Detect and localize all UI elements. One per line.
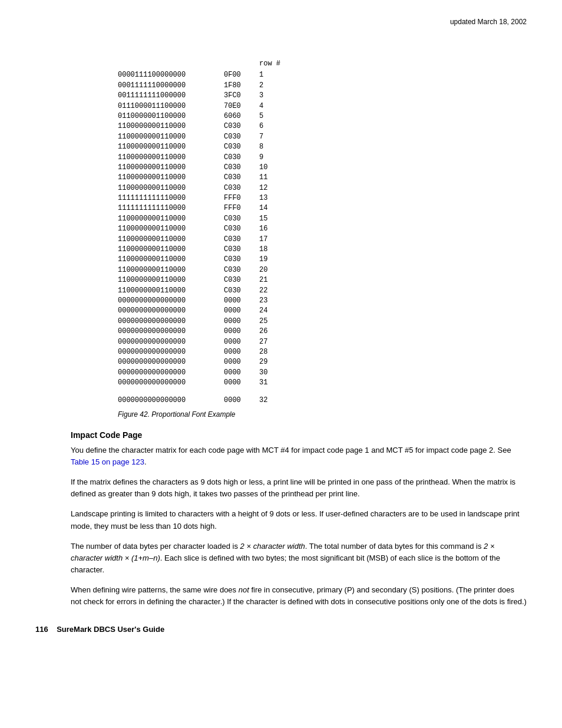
row-num: 15 (259, 214, 283, 224)
table-row: 1100000000110000C03020 (118, 265, 527, 275)
table-row: 1100000000110000C03022 (118, 286, 527, 296)
row-num-32: 32 (259, 396, 283, 406)
binary-cell-32: 0000000000000000 (118, 396, 224, 406)
row-num: 28 (259, 347, 283, 357)
row-spacer (118, 388, 527, 396)
row-num: 8 (259, 142, 283, 152)
row-num: 2 (259, 81, 283, 91)
table-section: row # 00001111000000000F0010001111110000… (71, 59, 527, 419)
page: updated March 18, 2002 row # 00001111000… (0, 0, 562, 651)
binary-cell: 1100000000110000 (118, 275, 224, 285)
hex-cell-32: 0000 (224, 396, 259, 406)
table-row: 1100000000110000C0308 (118, 142, 527, 152)
hex-cell: 0000 (224, 337, 259, 347)
row-num: 10 (259, 163, 283, 173)
binary-cell: 1100000000110000 (118, 153, 224, 163)
hex-cell: 0000 (224, 296, 259, 306)
para1-text2: . (144, 457, 147, 466)
row-num: 4 (259, 101, 283, 111)
row-num: 20 (259, 265, 283, 275)
paragraph-3: Landscape printing is limited to charact… (71, 508, 527, 532)
table15-link[interactable]: Table 15 on page 123 (71, 457, 144, 466)
table-row: 0000000000000000000029 (118, 357, 527, 367)
hex-cell: C030 (224, 245, 259, 255)
row-num: 6 (259, 121, 283, 131)
binary-cell: 0000000000000000 (118, 378, 224, 388)
hex-cell: C030 (224, 121, 259, 131)
binary-cell: 0000000000000000 (118, 368, 224, 378)
row-num: 3 (259, 91, 283, 101)
table-rows: 00001111000000000F00100011111100000001F8… (118, 70, 527, 388)
hex-cell: 70E0 (224, 101, 259, 111)
row-num: 5 (259, 111, 283, 121)
binary-cell: 0011111111000000 (118, 91, 224, 101)
binary-cell: 0000111100000000 (118, 70, 224, 80)
hex-cell: C030 (224, 142, 259, 152)
hex-cell: C030 (224, 286, 259, 296)
hex-cell: C030 (224, 214, 259, 224)
hex-cell: C030 (224, 224, 259, 234)
table-row: 1100000000110000C03010 (118, 163, 527, 173)
table-row: 1100000000110000C03016 (118, 224, 527, 234)
binary-cell: 1100000000110000 (118, 235, 224, 245)
row-num: 30 (259, 368, 283, 378)
binary-cell: 1100000000110000 (118, 173, 224, 183)
paragraph-2: If the matrix defines the characters as … (71, 476, 527, 500)
table-row: 1100000000110000C03021 (118, 275, 527, 285)
row-num: 29 (259, 357, 283, 367)
table-row: 1100000000110000C0309 (118, 153, 527, 163)
table-row: 011100001110000070E04 (118, 101, 527, 111)
para4-italic1: 2 × character width (240, 542, 305, 551)
table-row: 0000000000000000000024 (118, 306, 527, 316)
row-num: 24 (259, 306, 283, 316)
data-table: row # 00001111000000000F0010001111110000… (118, 59, 527, 406)
hex-cell: 3FC0 (224, 91, 259, 101)
row-num: 7 (259, 132, 283, 142)
hex-cell: C030 (224, 153, 259, 163)
updated-text: updated March 18, 2002 (450, 18, 527, 26)
binary-cell: 1100000000110000 (118, 265, 224, 275)
binary-cell: 0110000001100000 (118, 111, 224, 121)
hex-cell: 0000 (224, 306, 259, 316)
binary-cell: 1100000000110000 (118, 286, 224, 296)
row-num: 25 (259, 317, 283, 327)
hex-cell: 0000 (224, 378, 259, 388)
binary-cell: 1100000000110000 (118, 245, 224, 255)
paragraph-1: You define the character matrix for each… (71, 444, 527, 468)
hex-cell: 0000 (224, 327, 259, 337)
page-number: 116 (35, 625, 48, 634)
para1-text1: You define the character matrix for each… (71, 446, 511, 454)
row-num: 9 (259, 153, 283, 163)
row-num: 19 (259, 255, 283, 265)
table-row: 0000000000000000000025 (118, 317, 527, 327)
row-num: 13 (259, 193, 283, 203)
binary-cell: 1100000000110000 (118, 132, 224, 142)
hex-cell: C030 (224, 235, 259, 245)
hex-cell: 0000 (224, 317, 259, 327)
hex-cell: C030 (224, 275, 259, 285)
table-row: 1100000000110000C0307 (118, 132, 527, 142)
binary-cell: 0000000000000000 (118, 337, 224, 347)
table-row: 0000000000000000000026 (118, 327, 527, 337)
table-row: 1100000000110000C03019 (118, 255, 527, 265)
binary-cell: 1100000000110000 (118, 121, 224, 131)
binary-cell: 0001111110000000 (118, 81, 224, 91)
binary-cell: 1100000000110000 (118, 214, 224, 224)
row-num: 14 (259, 203, 283, 213)
binary-cell: 0000000000000000 (118, 306, 224, 316)
row-col-header: row # (259, 59, 283, 69)
hex-cell: C030 (224, 265, 259, 275)
binary-cell: 0000000000000000 (118, 317, 224, 327)
row-num: 23 (259, 296, 283, 306)
binary-cell: 0000000000000000 (118, 327, 224, 337)
section-heading: Impact Code Page (71, 430, 527, 440)
row-num: 21 (259, 275, 283, 285)
header-updated: updated March 18, 2002 (450, 18, 527, 26)
row-num: 12 (259, 183, 283, 193)
hex-cell: 0000 (224, 357, 259, 367)
hex-cell: FFF0 (224, 203, 259, 213)
row-num: 16 (259, 224, 283, 234)
table-row: 1100000000110000C03018 (118, 245, 527, 255)
binary-cell: 0111000011100000 (118, 101, 224, 111)
table-row: 0000000000000000000027 (118, 337, 527, 347)
